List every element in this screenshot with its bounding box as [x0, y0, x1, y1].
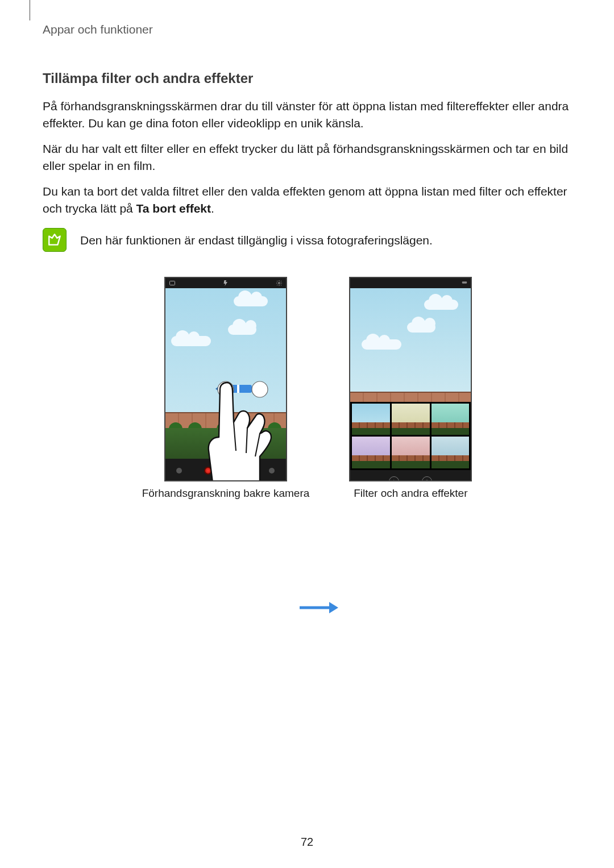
svg-marker-12 [329, 602, 338, 613]
note-callout: Den här funktionen är endast tillgänglig… [43, 228, 571, 252]
filter-tab-icon: ✦ [389, 476, 399, 481]
note-icon [43, 228, 67, 252]
phone-preview-left [164, 277, 287, 481]
effect-tab-icon: ◎ [422, 476, 432, 481]
p3-before: Du kan ta bort det valda filtret eller d… [43, 185, 567, 215]
resolution-icon [169, 280, 176, 286]
body-paragraph-1: På förhandsgranskningsskärmen drar du ti… [43, 98, 571, 132]
p3-after: . [211, 202, 214, 215]
camera-bottom-bar [165, 459, 286, 481]
camera-top-bar [165, 278, 286, 288]
filter-thumb [432, 437, 470, 468]
filter-thumb [352, 404, 390, 435]
body-paragraph-2: När du har valt ett filter eller en effe… [43, 140, 571, 175]
p3-bold: Ta bort effekt [136, 202, 211, 215]
settings-icon [276, 280, 283, 286]
filter-bottom-bar: ✦ ◎ [350, 470, 471, 481]
page-tab-mark [30, 0, 30, 20]
page-number: 72 [0, 836, 614, 849]
filter-grid [350, 402, 471, 470]
section-heading: Tillämpa filter och andra effekter [43, 70, 571, 86]
figure-left: Förhandsgranskning bakre kamera [142, 277, 310, 500]
filter-thumb [392, 404, 430, 435]
flash-icon [222, 280, 229, 286]
camera-preview-right [350, 288, 471, 402]
shutter-button-icon [234, 464, 247, 477]
filter-thumb [392, 437, 430, 468]
note-text: Den här funktionen är endast tillgänglig… [80, 228, 433, 250]
camera-top-bar-right [350, 278, 471, 288]
arrow-right-icon [298, 601, 338, 614]
figure-row: Förhandsgranskning bakre kamera [43, 277, 571, 500]
phone-preview-right: ✦ ◎ [349, 277, 472, 481]
record-button-icon [204, 467, 212, 475]
caption-right: Filter och andra effekter [354, 487, 467, 500]
svg-rect-10 [462, 281, 467, 283]
svg-rect-0 [169, 281, 175, 285]
switch-camera-icon [269, 468, 275, 474]
svg-point-1 [278, 282, 280, 284]
body-paragraph-3: Du kan ta bort det valda filtret eller d… [43, 183, 571, 218]
more-icon [460, 280, 467, 286]
camera-preview [165, 288, 286, 459]
gallery-thumb-icon [176, 468, 182, 474]
figure-right: ✦ ◎ Filter och andra effekter [349, 277, 472, 500]
filter-thumb [352, 437, 390, 468]
filter-thumb [432, 404, 470, 435]
caption-left: Förhandsgranskning bakre kamera [142, 487, 310, 500]
breadcrumb: Appar och funktioner [43, 23, 571, 36]
